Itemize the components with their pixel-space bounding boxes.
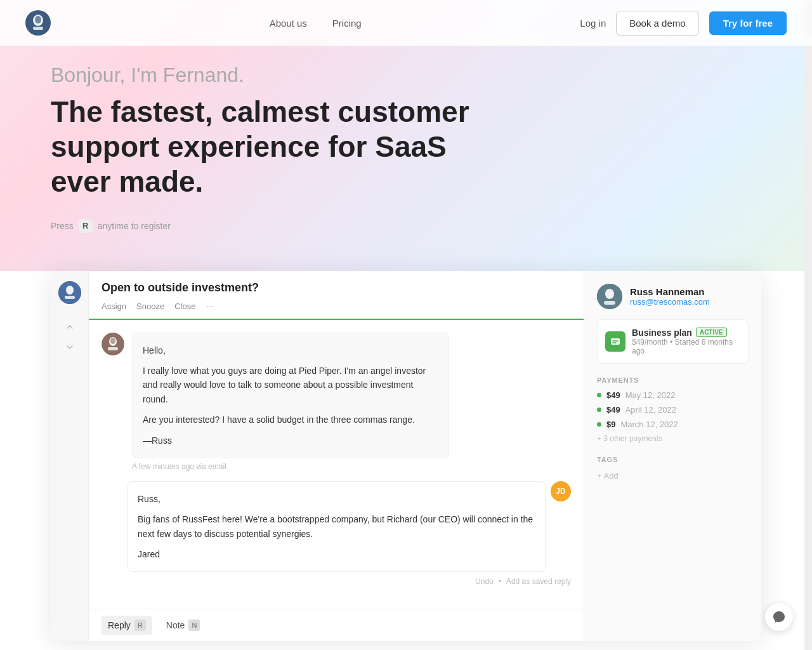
outbound-avatar: JD xyxy=(551,481,571,501)
payments-section-title: PAYMENTS xyxy=(597,376,749,384)
svg-rect-10 xyxy=(108,347,118,350)
outbound-line-3: Jared xyxy=(138,547,535,561)
outbound-line-1: Russ, xyxy=(138,492,535,506)
outbound-message: Russ, Big fans of RussFest here! We're a… xyxy=(102,481,571,587)
msg-line-3: Are you interested? I have a solid budge… xyxy=(143,413,438,427)
contact-email[interactable]: russ@trescomas.com xyxy=(630,297,710,307)
svg-point-12 xyxy=(605,289,614,299)
snooze-button[interactable]: Snooze xyxy=(136,301,164,312)
outbound-message-actions: Undo • Add as saved reply xyxy=(475,577,571,586)
msg-line-4: —Russ xyxy=(143,434,438,448)
conversation-panel: Open to outside investment? Assign Snooz… xyxy=(89,271,584,642)
svg-rect-13 xyxy=(604,301,615,305)
assign-button[interactable]: Assign xyxy=(102,301,126,312)
plan-price: $49/month xyxy=(632,338,668,347)
payments-list: $49 May 12, 2022 $49 April 12, 2022 $9 M… xyxy=(597,390,749,429)
note-label: Note xyxy=(166,620,185,630)
payment-date-1: May 12, 2022 xyxy=(625,390,676,400)
nav-about-us[interactable]: About us xyxy=(270,18,307,29)
inbound-message-content: Hello, I really love what you guys are d… xyxy=(132,333,449,471)
svg-rect-6 xyxy=(65,296,75,299)
try-free-button[interactable]: Try for free xyxy=(709,11,787,35)
save-reply-button[interactable]: Add as saved reply xyxy=(506,577,571,586)
logo[interactable] xyxy=(25,10,51,36)
book-demo-button[interactable]: Book a demo xyxy=(616,11,698,36)
svg-rect-14 xyxy=(611,338,620,345)
nav-pricing[interactable]: Pricing xyxy=(332,18,362,29)
separator: • xyxy=(499,577,501,586)
plan-card: Business plan ACTIVE $49/month • Started… xyxy=(597,319,749,364)
hero-press-suffix: anytime to register xyxy=(98,221,171,231)
payment-dot-2 xyxy=(597,408,601,412)
login-button[interactable]: Log in xyxy=(580,18,606,29)
payment-amount-3: $9 xyxy=(606,420,615,429)
outbound-line-2: Big fans of RussFest here! We're a boots… xyxy=(138,512,535,541)
right-panel: Russ Hanneman russ@trescomas.com Busines… xyxy=(584,271,761,642)
logo-icon xyxy=(25,10,51,36)
payment-item-3: $9 March 12, 2022 xyxy=(597,420,749,429)
conversation-header: Open to outside investment? Assign Snooz… xyxy=(89,271,584,320)
hero-subtitle: Bonjour, I'm Fernand. xyxy=(51,63,761,87)
more-actions-button[interactable]: ··· xyxy=(206,301,214,312)
messages-area: Hello, I really love what you guys are d… xyxy=(89,320,584,609)
contact-info: Russ Hanneman russ@trescomas.com xyxy=(630,286,710,307)
header: About us Pricing Log in Book a demo Try … xyxy=(0,0,812,46)
payment-item-1: $49 May 12, 2022 xyxy=(597,390,749,400)
inbound-bubble: Hello, I really love what you guys are d… xyxy=(132,333,449,458)
contact-header: Russ Hanneman russ@trescomas.com xyxy=(597,284,749,309)
outbound-message-wrapper: Russ, Big fans of RussFest here! We're a… xyxy=(127,481,571,573)
note-tab[interactable]: Note N xyxy=(160,616,207,635)
payment-date-3: March 12, 2022 xyxy=(620,420,678,429)
svg-point-9 xyxy=(110,338,115,344)
conversation-title: Open to outside investment? xyxy=(102,281,571,295)
sidebar-down-button[interactable] xyxy=(61,338,79,356)
reply-bar: Reply R Note N xyxy=(89,609,584,641)
plan-details: Business plan ACTIVE $49/month • Started… xyxy=(632,328,740,355)
hero-title: The fastest, calmest customer support ex… xyxy=(51,95,495,200)
hero-press-hint: Press R anytime to register xyxy=(51,219,761,233)
svg-rect-3 xyxy=(33,27,43,30)
inbound-message: Hello, I really love what you guys are d… xyxy=(102,333,571,471)
message-meta: A few minutes ago via email xyxy=(132,462,449,471)
contact-name: Russ Hanneman xyxy=(630,286,710,297)
sidebar-up-button[interactable] xyxy=(61,318,79,336)
hero-press-key: R xyxy=(79,219,93,233)
plan-icon xyxy=(605,331,625,352)
tags-section-title: TAGS xyxy=(597,456,749,463)
payment-dot-1 xyxy=(597,393,601,397)
plan-name-row: Business plan ACTIVE xyxy=(632,328,740,338)
inbound-avatar xyxy=(102,333,124,355)
main-nav: About us Pricing xyxy=(270,18,362,29)
page-scrollbar[interactable] xyxy=(804,0,812,650)
payment-date-2: April 12, 2022 xyxy=(625,405,676,415)
svg-point-5 xyxy=(66,286,74,295)
close-button[interactable]: Close xyxy=(174,301,195,312)
svg-point-2 xyxy=(35,16,41,23)
sidebar-avatar xyxy=(58,281,81,304)
payment-item-2: $49 April 12, 2022 xyxy=(597,405,749,415)
reply-tab[interactable]: Reply R xyxy=(102,616,152,635)
payment-amount-2: $49 xyxy=(606,405,620,415)
msg-line-1: Hello, xyxy=(143,343,438,357)
more-payments-link[interactable]: + 3 other payments xyxy=(597,434,749,443)
chat-fab-button[interactable] xyxy=(765,603,793,631)
payment-amount-1: $49 xyxy=(606,390,620,400)
hero-press-prefix: Press xyxy=(51,221,74,231)
add-tag-button[interactable]: + Add xyxy=(597,471,619,481)
demo-ui: Open to outside investment? Assign Snooz… xyxy=(51,271,761,642)
note-key: N xyxy=(188,620,200,631)
outbound-bubble: Russ, Big fans of RussFest here! We're a… xyxy=(127,481,546,573)
reply-key: R xyxy=(134,620,146,631)
plan-badge: ACTIVE xyxy=(696,328,727,337)
plan-name: Business plan xyxy=(632,328,692,338)
conversation-actions: Assign Snooze Close ··· xyxy=(102,301,571,319)
msg-line-2: I really love what you guys are doing at… xyxy=(143,364,438,406)
undo-button[interactable]: Undo xyxy=(475,577,494,586)
contact-avatar xyxy=(597,284,622,309)
demo-sidebar xyxy=(51,271,89,642)
plan-meta: $49/month • Started 6 months ago xyxy=(632,338,740,355)
tags-section: TAGS + Add xyxy=(597,456,749,481)
payment-dot-3 xyxy=(597,422,601,427)
reply-label: Reply xyxy=(108,620,131,630)
header-actions: Log in Book a demo Try for free xyxy=(580,11,787,36)
